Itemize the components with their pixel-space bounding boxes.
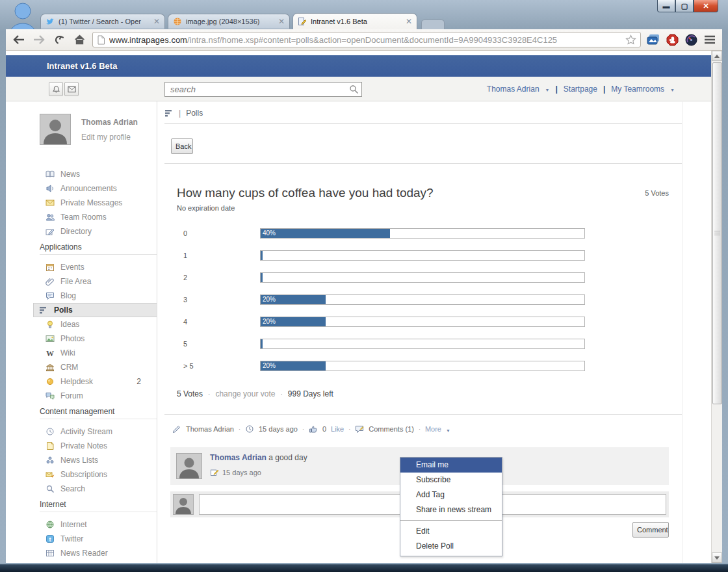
search-icon[interactable] (349, 84, 359, 94)
photos-extension-icon[interactable] (647, 33, 660, 46)
sidebar-item-private-messages[interactable]: Private Messages (40, 196, 157, 210)
sidebar-item-search[interactable]: Search (40, 482, 157, 496)
user-menu[interactable]: Thomas Adrian (487, 84, 540, 94)
like-link[interactable]: Like (331, 425, 344, 433)
divider (164, 163, 682, 164)
messages-button[interactable] (64, 82, 79, 96)
sidebar-item-news-lists[interactable]: News Lists (40, 453, 157, 467)
clock-icon (46, 427, 55, 436)
result-bar-track: 20% (260, 294, 585, 305)
sidebar-item-forum[interactable]: Forum (40, 389, 157, 403)
menu-item-share[interactable]: Share in news stream (400, 502, 502, 517)
url-text[interactable]: www.intrapages.com/intra.nsf/home.xsp#co… (109, 35, 621, 45)
avatar (173, 494, 194, 515)
poll-option-row: 2 (183, 272, 682, 283)
tab-close-icon[interactable]: ✕ (406, 18, 412, 25)
tab-close-icon[interactable]: ✕ (278, 18, 285, 25)
notifications-button[interactable] (49, 82, 63, 96)
divider: · (280, 391, 282, 398)
menu-item-delete-poll[interactable]: Delete Poll (400, 539, 502, 554)
sidebar-item-news[interactable]: News (40, 167, 157, 181)
bookmark-star-icon[interactable] (625, 34, 636, 45)
sidebar-item-blog[interactable]: Blog (40, 289, 157, 303)
forward-icon[interactable] (32, 32, 46, 47)
tab-image[interactable]: image.jpg (2048×1536) ✕ (168, 14, 290, 29)
tab-close-icon[interactable]: ✕ (153, 18, 160, 25)
divider: · (348, 426, 350, 432)
startpage-link[interactable]: Startpage (564, 84, 597, 94)
back-button[interactable]: Back (171, 138, 193, 154)
result-bar-track (260, 272, 585, 283)
sidebar-item-directory[interactable]: Directory (40, 224, 157, 239)
back-icon[interactable] (12, 32, 26, 47)
speed-extension-icon[interactable] (684, 33, 697, 46)
sidebar-item-file-area[interactable]: File Area (40, 274, 157, 289)
more-menu-trigger[interactable]: More (425, 425, 441, 433)
sidebar-item-ideas[interactable]: Ideas (40, 317, 157, 332)
sidebar-item-twitter[interactable]: t Twitter (40, 532, 157, 546)
comment-author-link[interactable]: Thomas Adrian (210, 453, 266, 462)
avatar (176, 453, 202, 479)
adblock-extension-icon[interactable] (666, 33, 679, 46)
bank-icon (46, 363, 55, 372)
close-button[interactable]: ✕ (694, 0, 718, 12)
author-name[interactable]: Thomas Adrian (186, 425, 234, 433)
reload-icon[interactable] (52, 32, 66, 47)
sidebar-item-label: Forum (60, 391, 83, 400)
menu-item-email-me[interactable]: Email me (400, 458, 502, 473)
home-icon[interactable] (72, 32, 86, 47)
sidebar-item-news-reader[interactable]: News Reader (40, 546, 157, 560)
menu-item-add-tag[interactable]: Add Tag (400, 488, 502, 502)
scrollbar[interactable] (711, 51, 722, 563)
sidebar-item-events[interactable]: Events (40, 260, 157, 274)
menu-item-subscribe[interactable]: Subscribe (400, 473, 502, 488)
sidebar-item-announcements[interactable]: Announcements (40, 181, 157, 196)
envelope-icon (46, 198, 55, 207)
minimize-button[interactable]: ▬ (657, 0, 675, 12)
url-bar[interactable]: www.intrapages.com/intra.nsf/home.xsp#co… (92, 32, 641, 47)
sidebar-item-internet[interactable]: Internet (40, 517, 157, 532)
section-content-management: Content management (40, 405, 157, 419)
sidebar-item-label: Events (60, 263, 84, 272)
new-tab-button[interactable] (421, 20, 445, 30)
edit-profile-link[interactable]: Edit my profile (81, 133, 138, 142)
avatar[interactable] (40, 114, 71, 145)
sidebar-item-private-notes[interactable]: Private Notes (40, 439, 157, 453)
intranet-favicon-icon (298, 17, 307, 26)
tab-intranet[interactable]: Intranet v1.6 Beta ✕ (292, 13, 417, 29)
result-bar-fill: 20% (261, 361, 326, 370)
chevron-down-icon: ▼ (670, 88, 675, 92)
tab-twitter[interactable]: (1) Twitter / Search - Oper ✕ (40, 14, 165, 29)
poll-option-row: 4 20% (183, 317, 682, 327)
teamrooms-menu[interactable]: My Teamrooms (611, 84, 664, 94)
sidebar-item-crm[interactable]: CRM (40, 360, 157, 374)
sidebar-item-label: Activity Stream (60, 427, 112, 436)
polls-icon (39, 306, 48, 315)
comments-link[interactable]: Comments (1) (369, 425, 414, 433)
sidebar-item-team-rooms[interactable]: Team Rooms (40, 210, 157, 224)
maximize-button[interactable]: ▢ (675, 0, 694, 12)
forum-icon (46, 391, 55, 400)
option-label: > 5 (183, 362, 260, 370)
comment-button[interactable]: Comment (632, 522, 669, 538)
clock-icon (245, 424, 254, 434)
sidebar-item-subscriptions[interactable]: Subscriptions (40, 467, 157, 482)
window-controls: ▬ ▢ ✕ (657, 0, 718, 12)
search-input[interactable] (165, 83, 361, 96)
scroll-up-icon[interactable] (712, 51, 722, 61)
menu-item-edit[interactable]: Edit (400, 524, 502, 539)
screen: ▬ ▢ ✕ (1) Twitter / Search - Oper ✕ imag… (0, 0, 728, 572)
scrollbar-thumb[interactable] (712, 62, 722, 404)
poll-option-row: 3 20% (183, 294, 682, 305)
sidebar-item-activity-stream[interactable]: Activity Stream (40, 424, 157, 439)
sidebar-item-photos[interactable]: Photos (40, 332, 157, 346)
result-bar-fill: 40% (261, 229, 390, 238)
change-vote-link[interactable]: change your vote (215, 389, 275, 398)
sidebar-item-polls[interactable]: Polls (33, 303, 157, 317)
sidebar-item-helpdesk[interactable]: Helpdesk 2 (40, 374, 157, 389)
breadcrumb-label[interactable]: Polls (186, 109, 203, 118)
scroll-down-icon[interactable] (712, 552, 722, 563)
sidebar-item-wiki[interactable]: W Wiki (40, 346, 157, 360)
polls-icon (164, 109, 174, 118)
menu-icon[interactable] (703, 33, 716, 46)
